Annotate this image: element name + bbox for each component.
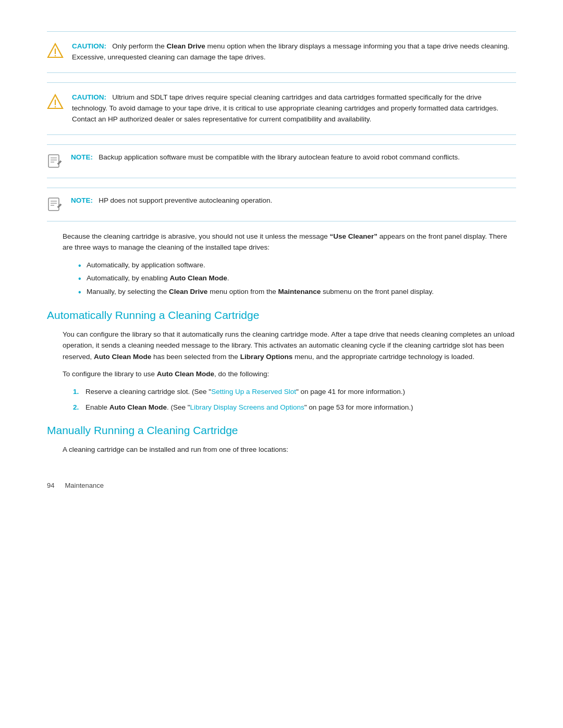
svg-rect-10 [48,198,59,211]
page-footer: 94 Maintenance [47,476,516,489]
section1-configure: To configure the library to use Auto Cle… [63,368,516,380]
section2-heading: Manually Running a Cleaning Cartridge [47,424,516,437]
step2-link[interactable]: Library Display Screens and Options [190,403,304,411]
svg-point-2 [55,55,56,56]
step-1: Reserve a cleaning cartridge slot. (See … [73,386,516,398]
caution-icon-1 [47,42,64,60]
svg-point-5 [55,106,56,107]
steps-list: Reserve a cleaning cartridge slot. (See … [73,386,516,413]
svg-rect-6 [48,155,59,167]
step1-link[interactable]: Setting Up a Reserved Slot [211,388,296,396]
note-box-2: NOTE: HP does not support preventive aut… [47,188,516,221]
section2-body: A cleaning cartridge can be installed an… [63,444,516,455]
note-text-2: NOTE: HP does not support preventive aut… [71,195,272,206]
caution-box-1: CAUTION: Only perform the Clean Drive me… [47,31,516,73]
list-item-manually: Manually, by selecting the Clean Drive m… [78,286,516,298]
footer-section: Maintenance [65,482,103,489]
note-icon-1 [47,153,63,170]
section1-body: You can configure the library so that it… [63,329,516,363]
page-number: 94 [47,482,54,489]
note-label-2: NOTE: [71,196,93,204]
note-box-1: NOTE: Backup application software must b… [47,144,516,178]
caution-box-2: CAUTION: Ultrium and SDLT tape drives re… [47,82,516,135]
caution-text-1: CAUTION: Only perform the Clean Drive me… [72,41,516,63]
note-icon-2 [47,196,63,214]
section1-heading: Automatically Running a Cleaning Cartrid… [47,309,516,322]
intro-paragraph: Because the cleaning cartridge is abrasi… [63,231,516,253]
list-item-auto-clean: Automatically, by enabling Auto Clean Mo… [78,273,516,284]
list-item-auto-app: Automatically, by application software. [78,260,516,271]
caution-label-1: CAUTION: [72,42,106,50]
caution-label-2: CAUTION: [72,93,106,101]
caution-text-2: CAUTION: Ultrium and SDLT tape drives re… [72,92,516,125]
cleaning-methods-list: Automatically, by application software. … [78,260,516,298]
note-text-1: NOTE: Backup application software must b… [71,152,460,163]
step-2: Enable Auto Clean Mode. (See "Library Di… [73,402,516,413]
caution-icon-2 [47,93,64,112]
note-label-1: NOTE: [71,153,93,161]
